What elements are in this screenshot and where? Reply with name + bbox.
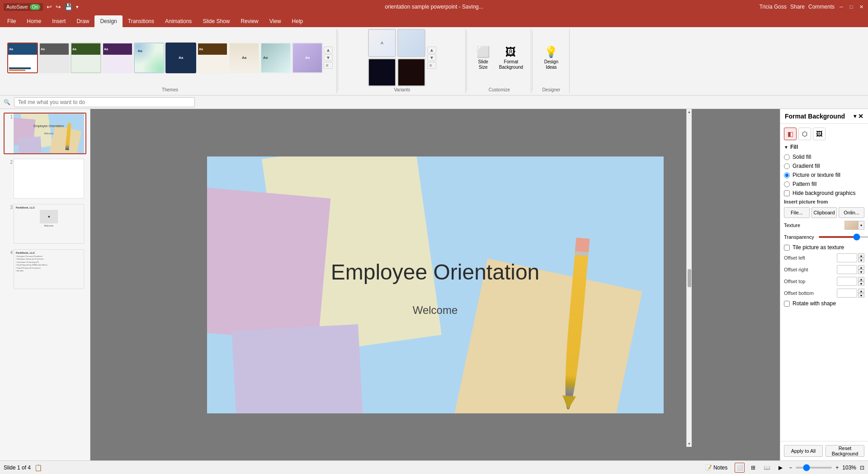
- slide-title[interactable]: Employee Orientation: [253, 260, 618, 284]
- slideshow-btn[interactable]: ▶: [775, 463, 785, 473]
- format-background-btn[interactable]: 🖼 FormatBackground: [495, 44, 527, 72]
- tab-review[interactable]: Review: [235, 15, 264, 27]
- zoom-slider[interactable]: [796, 467, 832, 469]
- variant-4[interactable]: [397, 58, 425, 86]
- pattern-fill-option[interactable]: Pattern fill: [784, 181, 864, 187]
- fill-section-header[interactable]: ▼ Fill: [784, 144, 864, 150]
- theme-organic[interactable]: Aa: [197, 43, 228, 73]
- theme-ion-boardroom[interactable]: Aa: [165, 43, 196, 73]
- theme-2[interactable]: Aa: [39, 43, 70, 73]
- themes-scroll-up[interactable]: ▲: [324, 47, 333, 53]
- rotate-with-shape-option[interactable]: Rotate with shape: [784, 300, 864, 307]
- theme-ion[interactable]: Aa: [134, 43, 165, 73]
- tab-home[interactable]: Home: [21, 15, 47, 27]
- slide-thumb-3[interactable]: 3 ParkDeck, LLC ✦ Welcome: [4, 203, 86, 245]
- gradient-fill-radio[interactable]: [784, 163, 790, 169]
- insert-file-btn[interactable]: File...: [784, 207, 810, 218]
- slide-subtitle[interactable]: Welcome: [413, 304, 458, 317]
- minimize-btn[interactable]: ─: [838, 4, 844, 10]
- format-panel-collapse[interactable]: ▾: [854, 113, 856, 119]
- zoom-out-btn[interactable]: −: [789, 465, 792, 471]
- fill-icon-btn[interactable]: ◧: [784, 128, 797, 140]
- variants-more[interactable]: ≡: [427, 62, 436, 69]
- solid-fill-option[interactable]: Solid fill: [784, 154, 864, 160]
- offset-left-up[interactable]: ▲: [858, 253, 864, 258]
- variant-1[interactable]: A: [368, 29, 396, 57]
- offset-top-down[interactable]: ▼: [858, 281, 864, 286]
- effects-icon-btn[interactable]: ⬡: [798, 128, 811, 140]
- theme-parallax[interactable]: Aa: [229, 43, 259, 73]
- variants-scroll-up[interactable]: ▲: [427, 47, 436, 53]
- offset-top-up[interactable]: ▲: [858, 277, 864, 281]
- theme-integral[interactable]: Aa: [102, 43, 133, 73]
- share-btn[interactable]: Share: [790, 4, 805, 10]
- themes-scroll-down[interactable]: ▼: [324, 54, 333, 61]
- tab-insert[interactable]: Insert: [47, 15, 71, 27]
- tile-picture-checkbox[interactable]: [784, 245, 790, 251]
- tab-help[interactable]: Help: [287, 15, 309, 27]
- tab-file[interactable]: File: [2, 15, 21, 27]
- picture-texture-fill-radio[interactable]: [784, 172, 790, 178]
- offset-bottom-up[interactable]: ▲: [858, 289, 864, 293]
- autosave-state[interactable]: On: [30, 4, 40, 10]
- variants-scroll-down[interactable]: ▼: [427, 54, 436, 61]
- pattern-fill-radio[interactable]: [784, 181, 790, 187]
- offset-left-down[interactable]: ▼: [858, 258, 864, 262]
- fit-window-btn[interactable]: ⊡: [860, 465, 864, 471]
- apply-to-all-btn[interactable]: Apply to All: [784, 445, 823, 457]
- picture-icon-btn[interactable]: 🖼: [813, 128, 826, 140]
- variant-3[interactable]: [368, 58, 396, 86]
- slide-size-btn[interactable]: ⬜ SlideSize: [472, 44, 495, 72]
- slide-sorter-btn[interactable]: ⊞: [748, 463, 758, 473]
- slide-thumb-4[interactable]: 4 ParkDeck, LLC • Employee Personnel Han…: [4, 248, 86, 290]
- offset-right-up[interactable]: ▲: [858, 265, 864, 270]
- offset-bottom-input[interactable]: -9%: [837, 289, 857, 298]
- offset-right-input[interactable]: 0%: [837, 265, 857, 274]
- theme-facet[interactable]: Aa: [71, 43, 101, 73]
- offset-bottom-down[interactable]: ▼: [858, 293, 864, 298]
- comments-btn[interactable]: Comments: [808, 4, 835, 10]
- maximize-btn[interactable]: □: [848, 4, 854, 10]
- scroll-down-arrow[interactable]: ▼: [688, 442, 691, 446]
- customize-qat[interactable]: ▾: [76, 4, 79, 10]
- search-input[interactable]: [14, 97, 195, 107]
- theme-office[interactable]: Aa: [7, 43, 38, 73]
- tab-view[interactable]: View: [264, 15, 287, 27]
- theme-retrospect[interactable]: Aa: [260, 43, 291, 73]
- hide-bg-checkbox[interactable]: [784, 190, 790, 196]
- canvas-scrollbar[interactable]: ▲ ▼: [686, 109, 692, 447]
- insert-online-btn[interactable]: Onlin...: [839, 207, 864, 218]
- reset-background-btn[interactable]: Reset Background: [826, 445, 864, 457]
- slide-thumb-2[interactable]: 2: [4, 158, 86, 199]
- themes-more[interactable]: ≡: [324, 62, 333, 69]
- tab-slideshow[interactable]: Slide Show: [197, 15, 235, 27]
- notes-btn[interactable]: 📝 Notes: [702, 464, 731, 472]
- format-panel-close[interactable]: ✕: [858, 113, 863, 120]
- tab-transitions[interactable]: Transitions: [123, 15, 160, 27]
- slide-thumb-1[interactable]: 1 Employee Orientation Welcome: [4, 113, 86, 154]
- close-btn[interactable]: ✕: [858, 4, 864, 10]
- insert-clipboard-btn[interactable]: Clipboard: [811, 207, 837, 218]
- offset-top-input[interactable]: -9%: [837, 277, 857, 286]
- tile-picture-option[interactable]: Tile picture as texture: [784, 244, 864, 251]
- normal-view-btn[interactable]: ⬜: [735, 463, 745, 473]
- tab-animations[interactable]: Animations: [160, 15, 197, 27]
- offset-left-input[interactable]: 0%: [837, 253, 857, 262]
- gradient-fill-option[interactable]: Gradient fill: [784, 163, 864, 169]
- tab-design[interactable]: Design: [94, 15, 122, 27]
- undo-btn[interactable]: ↩: [47, 3, 52, 10]
- scroll-up-arrow[interactable]: ▲: [688, 110, 691, 114]
- variant-2[interactable]: [397, 29, 425, 57]
- autosave-toggle[interactable]: AutoSave On: [4, 3, 43, 11]
- zoom-in-btn[interactable]: +: [835, 465, 839, 471]
- solid-fill-radio[interactable]: [784, 154, 790, 160]
- hide-bg-option[interactable]: Hide background graphics: [784, 190, 864, 196]
- redo-btn[interactable]: ↪: [56, 3, 61, 10]
- save-btn[interactable]: 💾: [65, 3, 72, 10]
- tab-draw[interactable]: Draw: [71, 15, 94, 27]
- scroll-thumb-v[interactable]: [688, 269, 691, 287]
- texture-preview[interactable]: [844, 221, 858, 230]
- transparency-slider[interactable]: [819, 236, 868, 238]
- reading-view-btn[interactable]: 📖: [762, 463, 772, 473]
- offset-right-down[interactable]: ▼: [858, 270, 864, 274]
